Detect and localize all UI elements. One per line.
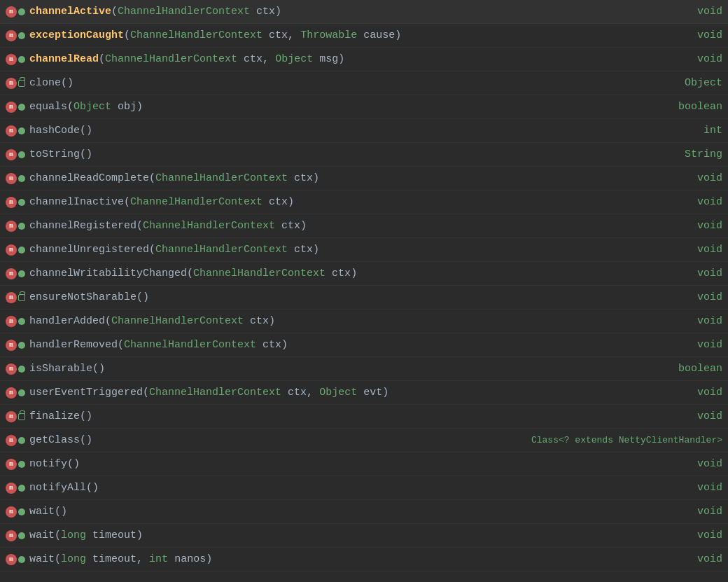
table-row[interactable]: m✓exceptionCaught(ChannelHandlerContext … bbox=[0, 24, 728, 48]
table-row[interactable]: m✓notify()void bbox=[0, 452, 728, 476]
method-signature: userEventTriggered(ChannelHandlerContext… bbox=[29, 387, 655, 399]
method-icon: m bbox=[6, 6, 17, 18]
method-icon: m bbox=[6, 340, 17, 351]
icon-group: m✓ bbox=[6, 387, 25, 399]
method-signature: channelActive(ChannelHandlerContext ctx) bbox=[29, 6, 655, 18]
table-row[interactable]: m✓wait()void bbox=[0, 500, 728, 524]
return-type: Class<? extends NettyClientHandler> bbox=[512, 435, 722, 445]
method-icon: m bbox=[6, 268, 17, 279]
method-signature: toString() bbox=[29, 148, 655, 160]
public-icon: ✓ bbox=[18, 318, 25, 325]
method-signature: handlerAdded(ChannelHandlerContext ctx) bbox=[29, 315, 655, 327]
return-type: void bbox=[666, 529, 722, 541]
return-type: boolean bbox=[666, 363, 722, 375]
lock-icon bbox=[18, 413, 25, 420]
method-signature: channelRegistered(ChannelHandlerContext … bbox=[29, 220, 655, 232]
method-icon: m bbox=[6, 387, 17, 399]
table-row[interactable]: m✓channelRead(ChannelHandlerContext ctx,… bbox=[0, 48, 728, 71]
public-icon: ✓ bbox=[18, 461, 25, 468]
public-icon: ✓ bbox=[18, 247, 25, 254]
table-row[interactable]: m✓isSharable()boolean bbox=[0, 357, 728, 381]
return-type: void bbox=[666, 244, 722, 256]
table-row[interactable]: m✓equals(Object obj)boolean bbox=[0, 95, 728, 119]
method-signature: channelUnregistered(ChannelHandlerContex… bbox=[29, 244, 655, 256]
public-icon: ✓ bbox=[18, 270, 25, 277]
table-row[interactable]: mclone()Object bbox=[0, 71, 728, 95]
method-icon: m bbox=[6, 411, 17, 422]
public-icon: ✓ bbox=[18, 199, 25, 206]
public-icon: ✓ bbox=[18, 532, 25, 539]
method-icon: m bbox=[6, 102, 17, 113]
method-icon: m bbox=[6, 149, 17, 160]
return-type: void bbox=[666, 410, 722, 422]
method-icon: m bbox=[6, 363, 17, 375]
public-icon: ✓ bbox=[18, 127, 25, 134]
icon-group: m✓ bbox=[6, 530, 25, 541]
table-row[interactable]: m✓wait(long timeout)void bbox=[0, 524, 728, 548]
table-row[interactable]: m✓handlerRemoved(ChannelHandlerContext c… bbox=[0, 333, 728, 357]
table-row[interactable]: m✓channelRegistered(ChannelHandlerContex… bbox=[0, 214, 728, 238]
method-signature: wait(long timeout, int nanos) bbox=[29, 553, 655, 565]
public-icon: ✓ bbox=[18, 151, 25, 158]
lock-icon bbox=[18, 294, 25, 301]
return-type: void bbox=[666, 553, 722, 565]
icon-group: m✓ bbox=[6, 221, 25, 232]
icon-group: m✓ bbox=[6, 506, 25, 518]
table-row[interactable]: m✓channelReadComplete(ChannelHandlerCont… bbox=[0, 167, 728, 190]
icon-group: m✓ bbox=[6, 554, 25, 565]
table-row[interactable]: m✓channelWritabilityChanged(ChannelHandl… bbox=[0, 262, 728, 286]
icon-group: m bbox=[6, 78, 25, 89]
return-type: void bbox=[666, 196, 722, 208]
method-icon: m bbox=[6, 483, 17, 494]
table-row[interactable]: m✓toString()String bbox=[0, 143, 728, 167]
icon-group: m✓ bbox=[6, 435, 25, 446]
return-type: int bbox=[666, 125, 722, 137]
table-row[interactable]: m✓channelActive(ChannelHandlerContext ct… bbox=[0, 0, 728, 24]
method-icon: m bbox=[6, 78, 17, 89]
return-type: void bbox=[666, 291, 722, 303]
return-type: void bbox=[666, 172, 722, 184]
method-icon: m bbox=[6, 125, 17, 137]
icon-group: m✓ bbox=[6, 197, 25, 208]
method-icon: m bbox=[6, 30, 17, 41]
return-type: void bbox=[666, 220, 722, 232]
icon-group: m✓ bbox=[6, 363, 25, 375]
method-list: m✓channelActive(ChannelHandlerContext ct… bbox=[0, 0, 728, 571]
return-type: void bbox=[666, 387, 722, 399]
method-signature: clone() bbox=[29, 77, 655, 89]
table-row[interactable]: m✓userEventTriggered(ChannelHandlerConte… bbox=[0, 381, 728, 405]
icon-group: m✓ bbox=[6, 483, 25, 494]
return-type: void bbox=[666, 315, 722, 327]
icon-group: m✓ bbox=[6, 316, 25, 327]
table-row[interactable]: m✓handlerAdded(ChannelHandlerContext ctx… bbox=[0, 310, 728, 333]
table-row[interactable]: m✓hashCode()int bbox=[0, 119, 728, 143]
table-row[interactable]: m✓channelInactive(ChannelHandlerContext … bbox=[0, 190, 728, 214]
return-type: void bbox=[666, 268, 722, 279]
icon-group: m bbox=[6, 411, 25, 422]
method-icon: m bbox=[6, 530, 17, 541]
method-signature: channelInactive(ChannelHandlerContext ct… bbox=[29, 196, 655, 208]
public-icon: ✓ bbox=[18, 175, 25, 182]
icon-group: m✓ bbox=[6, 54, 25, 65]
method-signature: handlerRemoved(ChannelHandlerContext ctx… bbox=[29, 339, 655, 351]
table-row[interactable]: mfinalize()void bbox=[0, 405, 728, 429]
public-icon: ✓ bbox=[18, 342, 25, 349]
method-icon: m bbox=[6, 292, 17, 303]
public-icon: ✓ bbox=[18, 556, 25, 563]
icon-group: m✓ bbox=[6, 125, 25, 137]
method-signature: channelReadComplete(ChannelHandlerContex… bbox=[29, 172, 655, 184]
table-row[interactable]: m✓channelUnregistered(ChannelHandlerCont… bbox=[0, 238, 728, 262]
table-row[interactable]: m✓notifyAll()void bbox=[0, 476, 728, 500]
method-signature: channelRead(ChannelHandlerContext ctx, O… bbox=[29, 53, 655, 65]
table-row[interactable]: m✓getClass()Class<? extends NettyClientH… bbox=[0, 429, 728, 452]
method-icon: m bbox=[6, 197, 17, 208]
return-type: Object bbox=[666, 77, 722, 89]
table-row[interactable]: mensureNotSharable()void bbox=[0, 286, 728, 310]
table-row[interactable]: m✓wait(long timeout, int nanos)void bbox=[0, 548, 728, 571]
return-type: boolean bbox=[666, 101, 722, 113]
icon-group: m✓ bbox=[6, 459, 25, 470]
method-signature: notify() bbox=[29, 458, 655, 470]
method-signature: ensureNotSharable() bbox=[29, 291, 655, 303]
return-type: void bbox=[666, 506, 722, 518]
icon-group: m✓ bbox=[6, 173, 25, 184]
